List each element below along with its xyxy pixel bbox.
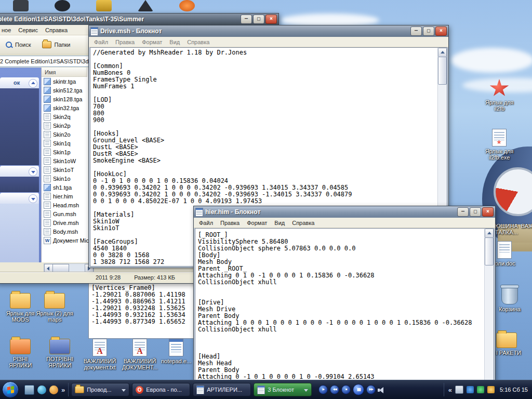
expand-icon[interactable] bbox=[29, 167, 37, 176]
tray-keyboard-icon[interactable] bbox=[455, 385, 463, 394]
desktop-icon-partial-2[interactable]: ВАЖ bbox=[520, 221, 532, 229]
next-track-button[interactable] bbox=[366, 385, 376, 394]
menu-item-help[interactable]: Справка bbox=[288, 219, 318, 227]
desktop-icon-rizni[interactable]: РІЗНІ ЯРЛИКИ bbox=[1, 339, 39, 368]
minimize-button[interactable] bbox=[410, 26, 422, 36]
notepad-titlebar[interactable]: hier.him - Блокнот bbox=[194, 206, 495, 218]
desktop-icon-notepad-exe[interactable]: notepad.e... bbox=[160, 339, 192, 364]
scroll-up-icon[interactable] bbox=[485, 229, 494, 238]
notepad-titlebar[interactable]: Drive.msh - Блокнот bbox=[89, 25, 448, 37]
expand-icon[interactable] bbox=[29, 194, 37, 203]
quicklaunch-browser-icon[interactable] bbox=[37, 385, 46, 394]
file-name: hier.him bbox=[53, 193, 73, 200]
collapse-icon[interactable] bbox=[29, 79, 37, 88]
file-name: sh1.tga bbox=[53, 184, 72, 191]
file-icon bbox=[44, 166, 51, 174]
scrollbar-thumb[interactable] bbox=[485, 237, 494, 265]
close-button[interactable] bbox=[265, 15, 277, 24]
start-button[interactable] bbox=[2, 381, 19, 398]
file-name: Skin1oT bbox=[53, 167, 74, 173]
desktop-icon-maps[interactable]: Ярлык (2) для maps bbox=[35, 293, 74, 323]
task-pane-body bbox=[0, 177, 39, 192]
search-button[interactable]: Поиск bbox=[3, 40, 34, 50]
minimize-button[interactable] bbox=[241, 15, 252, 24]
tray-app-icon[interactable] bbox=[467, 386, 474, 393]
hier-him-text[interactable]: [_ROOT_] VisibilitySphere 5.86480 Collis… bbox=[195, 229, 494, 381]
horizontal-scrollbar[interactable] bbox=[44, 263, 94, 273]
menu-item[interactable]: ное bbox=[0, 26, 15, 34]
pause-button[interactable] bbox=[353, 384, 364, 395]
menu-item-view[interactable]: Вид bbox=[166, 38, 183, 46]
maximize-button[interactable] bbox=[470, 207, 481, 217]
scroll-left-icon[interactable] bbox=[44, 264, 53, 272]
menu-item-tools[interactable]: Сервис bbox=[15, 26, 42, 34]
clock-time: 5:16 bbox=[500, 387, 511, 393]
explorer-titlebar[interactable]: plete Edition\1#SAS\STD\3do\Tanks\T-35\S… bbox=[0, 14, 278, 25]
file-name: Body.msh bbox=[53, 229, 78, 235]
scroll-up-icon[interactable] bbox=[438, 48, 447, 57]
folder-icon bbox=[10, 339, 31, 354]
desktop-icon-il2fb-exe[interactable]: Ярлык для il2fb.exe bbox=[480, 129, 518, 161]
quicklaunch-desktop-icon[interactable] bbox=[24, 385, 34, 395]
quick-launch-bar bbox=[21, 383, 69, 396]
folders-button[interactable]: Папки bbox=[39, 39, 73, 50]
task-pane-header[interactable]: ок bbox=[0, 77, 39, 88]
notepad-text-area[interactable]: [_ROOT_] VisibilitySphere 5.86480 Collis… bbox=[195, 228, 494, 398]
task-pane-header[interactable] bbox=[0, 193, 39, 204]
desktop-icon-top-1[interactable] bbox=[9, 0, 32, 11]
play-button[interactable] bbox=[318, 385, 328, 394]
desktop-icon-top-4[interactable] bbox=[134, 0, 157, 11]
desktop-icon-top-3[interactable] bbox=[92, 0, 115, 11]
desktop-icon-recycle-bin[interactable]: Корзина bbox=[490, 287, 529, 312]
maximize-button[interactable] bbox=[253, 15, 264, 24]
chevron-expand-icon[interactable] bbox=[61, 385, 65, 394]
file-name: Skin2p bbox=[53, 123, 71, 129]
close-button[interactable] bbox=[482, 207, 494, 217]
quicklaunch-app-icon[interactable] bbox=[49, 385, 58, 394]
vertical-scrollbar[interactable] bbox=[484, 229, 494, 398]
tray-antivirus-icon[interactable] bbox=[477, 386, 484, 393]
chevron-collapse-icon[interactable] bbox=[448, 385, 452, 394]
scrollbar-thumb[interactable] bbox=[438, 57, 447, 85]
close-button[interactable] bbox=[435, 26, 447, 36]
taskbar-button-opera[interactable]: Европа - по... bbox=[132, 383, 190, 396]
stop-button[interactable] bbox=[341, 385, 351, 394]
desktop-icon-il2fb[interactable]: Ярлык для il2fb bbox=[480, 79, 518, 112]
menu-item-file[interactable]: Файл bbox=[90, 38, 112, 46]
notepad-window-title: hier.him - Блокнот bbox=[205, 208, 455, 216]
image-file-icon bbox=[44, 104, 51, 112]
file-name: Gun.msh bbox=[53, 211, 76, 217]
column-header-name[interactable]: Имя bbox=[42, 68, 87, 77]
desktop-icon-potribni[interactable]: ПОТРІБНІ ЯРЛИКИ bbox=[41, 339, 79, 368]
status-file-size: Размер: 413 КБ bbox=[134, 274, 175, 281]
file-icon bbox=[44, 202, 51, 209]
menu-item-help[interactable]: Справка bbox=[42, 26, 71, 34]
menu-item-edit[interactable]: Правка bbox=[217, 219, 243, 227]
desktop-icon-mods[interactable]: Ярлык для MODS bbox=[1, 293, 39, 323]
menu-item-format[interactable]: Формат bbox=[138, 38, 166, 46]
taskbar-button-notepad-group[interactable]: 3 Блокнот bbox=[254, 383, 312, 396]
tray-update-icon[interactable] bbox=[487, 386, 495, 393]
taskbar-button-explorer[interactable]: Провод... bbox=[71, 383, 129, 396]
desktop-icon-vazhlyvyi-txt[interactable]: ВАЖЛИВИЙ документ.txt bbox=[81, 339, 119, 370]
image-file-icon bbox=[44, 78, 51, 85]
menu-item-help[interactable]: Справка bbox=[183, 38, 213, 46]
task-pane-header[interactable] bbox=[0, 166, 39, 177]
menu-item-edit[interactable]: Правка bbox=[112, 38, 138, 46]
menu-item-file[interactable]: Файл bbox=[195, 219, 217, 227]
minimize-button[interactable] bbox=[457, 207, 469, 217]
desktop-icon-vazhlyvyi-doc[interactable]: ВАЖЛИВИЙ ДОКУМЕНТ... bbox=[121, 339, 159, 370]
desktop-icon-top-2[interactable] bbox=[51, 0, 74, 11]
media-player-controls bbox=[314, 384, 389, 395]
notepad-icon bbox=[195, 208, 203, 217]
taskbar-clock[interactable]: 5:16 Сб 15 bbox=[498, 387, 530, 393]
menu-item-format[interactable]: Формат bbox=[243, 219, 271, 227]
menu-item-view[interactable]: Вид bbox=[271, 219, 288, 227]
app-icon bbox=[96, 0, 112, 11]
desktop-icon-top-5[interactable] bbox=[176, 0, 198, 11]
previous-track-button[interactable] bbox=[330, 385, 339, 394]
scrollbar-thumb[interactable] bbox=[52, 264, 69, 272]
volume-icon[interactable] bbox=[378, 387, 385, 393]
maximize-button[interactable] bbox=[423, 26, 434, 36]
taskbar-button-artillery[interactable]: АРТИЛЕРИ... bbox=[193, 383, 251, 396]
